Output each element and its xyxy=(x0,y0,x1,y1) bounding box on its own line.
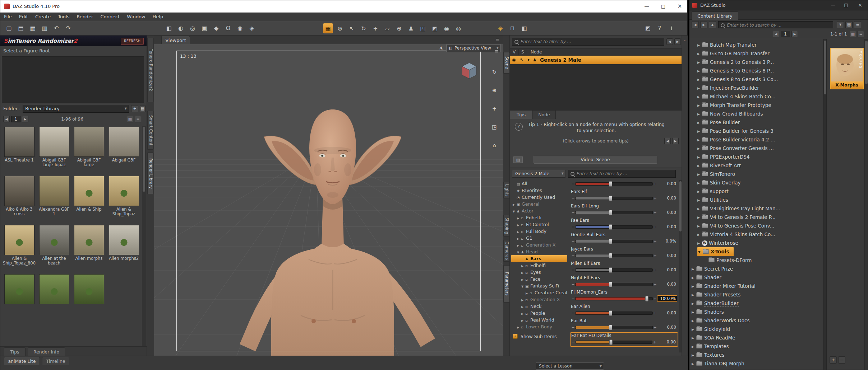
expand-arrow-icon[interactable]: ▶ xyxy=(692,342,696,351)
selected-tree-item[interactable]: ▼X-Tools xyxy=(697,247,734,256)
expand-arrow-icon[interactable]: ▶ xyxy=(517,235,521,242)
content-tree-item[interactable]: ▶Genesis 8 to Genesis 3 Co... xyxy=(689,75,823,84)
zoom-in-button[interactable]: + xyxy=(830,356,837,364)
slider-value[interactable]: 0.00 xyxy=(657,224,677,230)
title-bar[interactable]: DAZ Studio — □ × xyxy=(689,0,868,10)
next-page-button[interactable]: ▶ xyxy=(22,116,28,122)
scene-globe-icon[interactable]: ⊚ xyxy=(335,24,345,34)
expand-arrow-icon[interactable]: ▶ xyxy=(697,196,702,204)
content-tree-item[interactable]: ▶Textures xyxy=(689,351,823,359)
slider-increment[interactable]: + xyxy=(653,196,657,201)
slider-increment[interactable]: + xyxy=(652,340,657,345)
slider-increment[interactable]: + xyxy=(653,253,657,258)
create-magnet-icon[interactable]: Ω xyxy=(223,23,233,33)
slider-decrement[interactable]: − xyxy=(571,311,575,315)
create-primitive-icon[interactable]: ◆ xyxy=(211,23,221,33)
tree-scrollbar-thumb[interactable] xyxy=(824,41,826,94)
slider-decrement[interactable]: − xyxy=(571,210,575,215)
menu-tools[interactable]: Tools xyxy=(54,13,73,21)
back-button[interactable]: ◀ xyxy=(692,21,699,28)
scene-tree-empty-area[interactable] xyxy=(510,64,682,110)
params-tree-item[interactable]: ▶▫Lower Body xyxy=(511,323,567,330)
params-tree-item[interactable]: ▶▫Real World xyxy=(511,317,567,323)
hints-icon-icon[interactable]: i xyxy=(666,23,677,33)
expand-arrow-icon[interactable]: ▶ xyxy=(697,58,702,66)
expand-arrow-icon[interactable]: ▶ xyxy=(517,242,521,248)
library-item[interactable]: Alien at the beach xyxy=(37,224,71,273)
maximize-button[interactable]: □ xyxy=(840,0,853,10)
params-tree-item[interactable]: ▼♟Actor xyxy=(511,207,567,214)
expand-arrow-icon[interactable]: ▶ xyxy=(697,84,702,92)
active-pose-tool-icon[interactable]: ♟ xyxy=(406,24,416,34)
slider-thumb[interactable] xyxy=(609,181,612,187)
content-tree-item[interactable]: ▶Shader Presets xyxy=(689,290,823,299)
library-item[interactable]: Alien morphs2 xyxy=(106,224,141,273)
content-tree-item[interactable]: ▶InjectionPoseBuilder xyxy=(689,84,823,92)
side-tab-shaping[interactable]: Shaping xyxy=(503,215,510,236)
slider-value[interactable]: 100.0% xyxy=(657,295,677,302)
library-scrollbar-thumb[interactable] xyxy=(143,127,145,192)
expand-arrow-icon[interactable]: ▶ xyxy=(692,360,696,368)
slider-increment[interactable]: + xyxy=(653,311,657,315)
close-button[interactable]: × xyxy=(853,0,868,10)
slider-decrement[interactable]: − xyxy=(571,282,575,287)
side-tab-smart-content[interactable]: Smart Content xyxy=(147,111,154,150)
content-tree-item[interactable]: ▶Secret Prize xyxy=(689,264,823,273)
content-tree-item[interactable]: ▶Genesis 3 to Genesis 8 P... xyxy=(689,66,823,75)
product-x-morphs[interactable]: MORPHS X-Morphs xyxy=(830,48,864,89)
library-item[interactable]: Aiko 8 Aiko 3 cross xyxy=(2,175,37,224)
expand-arrow-icon[interactable]: ▶ xyxy=(692,299,696,308)
zoom-tool-icon[interactable]: ⊕ xyxy=(490,86,499,95)
style-icon-icon[interactable]: ◩ xyxy=(643,23,653,33)
expand-arrow-icon[interactable]: ▶ xyxy=(528,56,530,64)
expand-arrow-icon[interactable]: ▶ xyxy=(697,101,702,109)
scene-node-genesis-2-male[interactable]: ◉ ↖ ▶ ♟ Genesis 2 Male xyxy=(510,56,682,64)
thumb-view-icon[interactable]: ▦ xyxy=(127,116,133,122)
help-icon-icon[interactable]: ? xyxy=(655,23,665,33)
expand-arrow-icon[interactable]: ▶ xyxy=(697,213,702,221)
content-tree-item[interactable]: ▶Sickleyield xyxy=(689,325,823,333)
expand-arrow-icon[interactable]: ▶ xyxy=(513,201,517,207)
results-page-number[interactable]: 1 xyxy=(781,31,790,37)
expand-arrow-icon[interactable]: ▶ xyxy=(521,310,525,317)
slider-increment[interactable]: + xyxy=(653,268,657,272)
slider-decrement[interactable]: − xyxy=(571,225,575,229)
content-tree-item[interactable]: ▶PP2ExporterDS4 xyxy=(689,153,823,161)
slider-increment[interactable]: + xyxy=(653,225,657,229)
create-group-icon[interactable]: ▣ xyxy=(199,23,209,33)
expand-arrow-icon[interactable]: ▼ xyxy=(521,283,525,289)
slider-decrement[interactable]: − xyxy=(571,268,575,272)
content-tree-item[interactable]: Presets-DForm xyxy=(689,256,823,264)
params-tree-item[interactable]: ▶▫Creature Creator xyxy=(511,289,567,296)
expand-arrow-icon[interactable]: ▶ xyxy=(697,153,702,161)
slider-increment[interactable]: + xyxy=(653,210,657,215)
content-tree-item[interactable]: ▶Michael 4 Skins Batch Co... xyxy=(689,92,823,101)
content-tree-item[interactable]: ▶SOA ReadMe xyxy=(689,333,823,342)
prev-results-button[interactable]: ◀ xyxy=(773,31,779,37)
expand-arrow-icon[interactable]: ▶ xyxy=(692,317,696,325)
maximize-button[interactable]: □ xyxy=(655,0,671,12)
params-tree-item[interactable]: ▶▫Fit Control xyxy=(511,221,567,228)
library-item[interactable] xyxy=(37,273,71,323)
add-folder-button[interactable]: + xyxy=(131,105,138,112)
expand-arrow-icon[interactable]: ▶ xyxy=(697,75,702,84)
slider-value[interactable]: 0.00 xyxy=(657,253,677,258)
expand-arrow-icon[interactable]: ▶ xyxy=(692,334,696,342)
minimize-button[interactable]: — xyxy=(827,0,840,10)
content-tree-item[interactable]: ▶Batch Map Transfer xyxy=(689,41,823,49)
expand-arrow-icon[interactable]: ▶ xyxy=(697,222,702,230)
expand-arrow-icon[interactable]: ▶ xyxy=(697,110,702,118)
menu-file[interactable]: File xyxy=(0,13,15,21)
slider-increment[interactable]: + xyxy=(653,296,657,301)
slider-thumb[interactable] xyxy=(609,282,612,287)
save-icon[interactable]: ▦ xyxy=(28,23,38,33)
content-search-input[interactable]: Enter text to search by ... xyxy=(718,21,833,28)
minimize-button[interactable]: — xyxy=(638,0,655,12)
expand-arrow-icon[interactable]: ▶ xyxy=(521,304,525,310)
content-tree-item[interactable]: ▶V3Digitimes Iray Light Man... xyxy=(689,204,823,213)
content-tree-item[interactable]: ▶support xyxy=(689,187,823,196)
scene-next-button[interactable]: ▶ xyxy=(674,38,681,45)
slider-value[interactable]: 0.00 xyxy=(657,281,677,287)
params-tree-item[interactable]: ▶▫People xyxy=(511,310,567,317)
tab-node[interactable]: Node xyxy=(533,111,556,119)
